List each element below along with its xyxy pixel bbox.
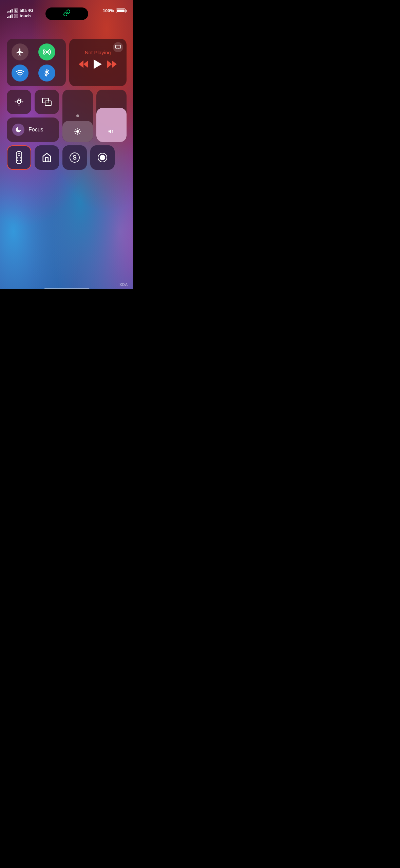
carrier2-signal (7, 14, 13, 18)
svg-marker-2 (117, 48, 119, 49)
svg-point-1 (19, 75, 20, 76)
battery-icon (116, 8, 127, 13)
shazam-button[interactable]: S (62, 145, 87, 170)
fast-forward-button[interactable] (107, 60, 117, 68)
svg-rect-11 (45, 101, 51, 106)
carrier2-name: touch (20, 14, 31, 18)
svg-marker-4 (79, 60, 83, 68)
status-left: L alfa 4G T touch (7, 8, 33, 18)
row-connectivity-media: Not Playing (7, 39, 127, 86)
svg-marker-13 (109, 129, 111, 133)
svg-point-18 (20, 157, 21, 158)
svg-point-12 (76, 130, 79, 133)
svg-point-23 (19, 160, 19, 161)
home-button[interactable] (35, 145, 59, 170)
battery-percent: 100% (103, 8, 114, 13)
status-right: 100% (103, 8, 127, 13)
orientation-lock-button[interactable] (7, 90, 31, 114)
home-indicator (44, 288, 90, 289)
volume-slider[interactable] (96, 90, 127, 142)
media-controls (79, 59, 117, 69)
airplane-mode-button[interactable] (12, 43, 28, 60)
row-controls-sliders: Focus (7, 90, 127, 142)
focus-label: Focus (28, 127, 43, 133)
brightness-icon (74, 128, 81, 137)
slider-tiles (62, 90, 127, 142)
connectivity-tile (7, 39, 66, 86)
quick-actions-row: S (7, 145, 127, 170)
carrier1-badge: L (14, 8, 19, 13)
focus-moon-icon (12, 124, 24, 136)
brightness-dot (76, 114, 79, 117)
dynamic-island (45, 7, 88, 20)
orientation-mirror-row (7, 90, 59, 114)
not-playing-label: Not Playing (85, 50, 111, 55)
airplay-button[interactable] (113, 42, 123, 52)
screen-record-button[interactable] (90, 145, 115, 170)
svg-point-0 (46, 51, 48, 53)
svg-point-22 (17, 160, 18, 161)
svg-marker-5 (94, 59, 102, 69)
svg-point-16 (17, 157, 18, 158)
carrier1-row: L alfa 4G (7, 8, 33, 13)
media-player-tile: Not Playing (69, 39, 127, 86)
carrier2-badge: T (14, 14, 19, 18)
cellular-button[interactable] (38, 43, 55, 60)
svg-point-28 (100, 155, 105, 160)
carrier1-signal (7, 8, 13, 13)
screen-mirror-button[interactable] (35, 90, 59, 114)
chain-icon (63, 9, 71, 18)
svg-marker-3 (83, 60, 88, 68)
small-tiles-group: Focus (7, 90, 59, 142)
svg-point-21 (20, 159, 21, 159)
xda-watermark: XDA (119, 283, 128, 287)
play-button[interactable] (94, 59, 102, 69)
carrier1-name: alfa 4G (20, 8, 33, 13)
brightness-slider[interactable] (62, 90, 93, 142)
svg-point-17 (19, 157, 19, 158)
rewind-button[interactable] (79, 60, 88, 68)
apple-tv-remote-button[interactable] (7, 145, 31, 170)
svg-point-15 (18, 153, 20, 156)
wifi-button[interactable] (12, 65, 28, 82)
svg-text:S: S (73, 154, 77, 161)
focus-button[interactable]: Focus (7, 117, 59, 142)
control-center: Not Playing (0, 18, 133, 177)
svg-marker-6 (107, 60, 112, 68)
svg-point-24 (20, 160, 21, 161)
bluetooth-button[interactable] (38, 65, 55, 82)
volume-icon (108, 128, 115, 137)
svg-marker-7 (112, 60, 117, 68)
svg-point-20 (19, 159, 19, 159)
carrier2-row: T touch (7, 14, 33, 18)
svg-point-19 (17, 159, 18, 159)
